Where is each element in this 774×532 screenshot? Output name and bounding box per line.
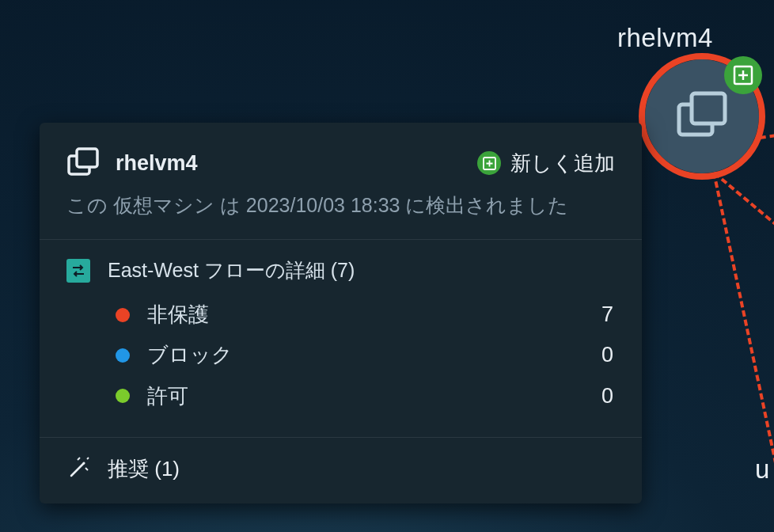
flow-section: East-West フローの詳細 (7) 非保護 7 ブロック 0 許可 0: [40, 240, 642, 437]
status-dot-icon: [116, 389, 130, 403]
status-dot-icon: [116, 308, 130, 322]
flow-row-unprotected[interactable]: 非保護 7: [116, 294, 613, 335]
node-label-partial: u: [755, 454, 769, 484]
status-badge: 新しく追加: [477, 150, 615, 177]
svg-rect-1: [692, 93, 725, 124]
plus-box-icon: [733, 65, 753, 86]
vm-icon: [675, 90, 729, 142]
flow-count: 7: [601, 294, 613, 335]
card-title: rhelvm4: [116, 151, 461, 176]
svg-line-14: [85, 468, 88, 470]
magic-wand-icon: [66, 457, 90, 481]
flow-count: 0: [601, 376, 613, 416]
plus-circle-icon: [477, 151, 501, 175]
flow-label: 許可: [147, 377, 584, 416]
flow-label: 非保護: [147, 295, 584, 334]
flow-section-header[interactable]: East-West フローの詳細 (7): [66, 257, 615, 283]
svg-point-13: [83, 462, 85, 465]
flow-row-blocked[interactable]: ブロック 0: [116, 335, 613, 375]
card-header: rhelvm4 新しく追加 この 仮想マシン は 2023/10/03 18:3…: [40, 123, 642, 239]
svg-line-16: [87, 458, 89, 459]
card-subtitle: この 仮想マシン は 2023/10/03 18:33 に検出されました: [66, 192, 615, 218]
flow-count: 0: [601, 335, 613, 375]
recommendation-label: 推奨 (1): [108, 455, 180, 483]
flow-icon: [66, 259, 90, 283]
svg-line-12: [71, 463, 84, 476]
vm-icon: [66, 146, 100, 180]
flow-row-allowed[interactable]: 許可 0: [116, 376, 613, 416]
svg-line-15: [78, 458, 80, 460]
svg-rect-6: [77, 149, 97, 167]
flow-section-title: East-West フローの詳細 (7): [108, 257, 355, 283]
recommendation-section[interactable]: 推奨 (1): [40, 438, 642, 504]
topology-node-rhelvm4[interactable]: [645, 59, 759, 173]
node-label: rhelvm4: [617, 23, 713, 53]
node-details-card: rhelvm4 新しく追加 この 仮想マシン は 2023/10/03 18:3…: [40, 123, 642, 504]
flow-label: ブロック: [147, 336, 584, 374]
status-dot-icon: [116, 348, 130, 363]
new-badge: [724, 56, 762, 94]
status-label: 新しく追加: [510, 150, 615, 177]
